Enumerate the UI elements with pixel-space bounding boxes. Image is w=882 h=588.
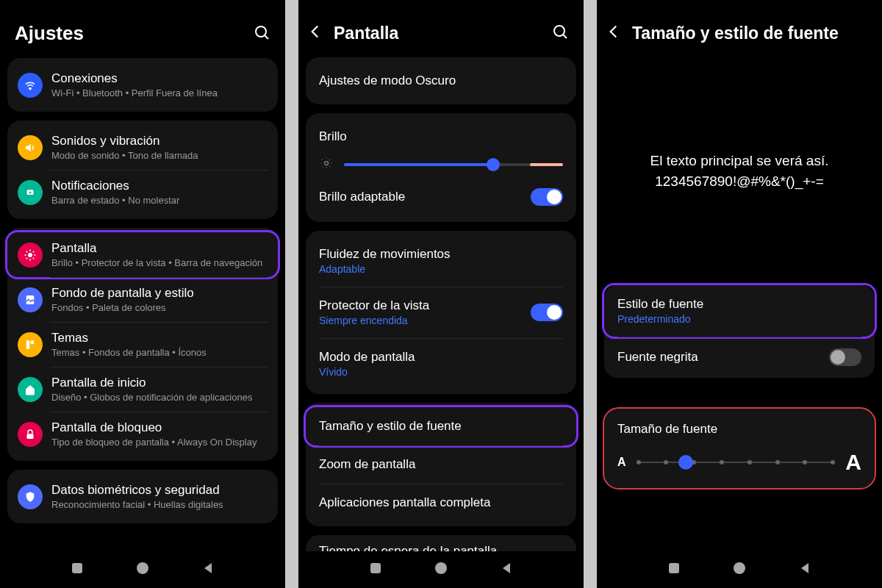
motion-smoothness-row[interactable]: Fluidez de movimientos Adaptable — [306, 235, 576, 287]
settings-row-speaker[interactable]: Sonidos y vibraciónModo de sonido • Tono… — [7, 125, 278, 170]
svg-point-4 — [29, 191, 32, 193]
svg-line-11 — [33, 257, 35, 259]
row-subtitle: Tipo de bloqueo de pantalla • Always On … — [51, 437, 257, 448]
brightness-label: Brillo — [306, 118, 576, 148]
home-button[interactable] — [434, 562, 448, 578]
adaptive-brightness-toggle[interactable] — [531, 188, 563, 206]
sun-icon — [18, 243, 43, 268]
row-subtitle: Reconocimiento facial • Huellas digitale… — [51, 499, 223, 510]
font-preview: El texto principal se verá así. 12345678… — [604, 57, 875, 285]
small-a-icon: A — [617, 456, 626, 469]
row-title: Pantalla de inicio — [51, 376, 252, 390]
screen-timeout-row[interactable]: Tiempo de espera de la pantalla — [319, 544, 563, 551]
home-icon — [18, 377, 43, 402]
row-subtitle: Barra de estado • No molestar — [51, 195, 179, 206]
display-settings-list[interactable]: Ajustes de modo Oscuro Brillo Brillo ada… — [298, 57, 584, 551]
settings-row-lock[interactable]: Pantalla de bloqueoTipo de bloqueo de pa… — [7, 412, 278, 456]
search-icon[interactable] — [551, 23, 569, 43]
back-icon[interactable] — [306, 22, 325, 44]
svg-line-28 — [329, 166, 330, 167]
svg-rect-16 — [31, 340, 35, 344]
lock-icon — [18, 422, 43, 447]
bold-font-toggle[interactable] — [829, 348, 861, 366]
dark-mode-row[interactable]: Ajustes de modo Oscuro — [306, 62, 576, 100]
page-title: Ajustes — [15, 22, 84, 45]
back-icon[interactable] — [604, 22, 623, 44]
svg-line-21 — [564, 35, 567, 39]
wifi-icon — [18, 73, 43, 98]
svg-line-10 — [26, 251, 28, 252]
eye-comfort-row[interactable]: Protector de la vista Siempre encendida — [306, 287, 576, 338]
row-subtitle: Modo de sonido • Tono de llamada — [51, 150, 198, 161]
palette-icon — [18, 332, 43, 357]
header: Ajustes — [0, 0, 285, 58]
settings-row-wifi[interactable]: ConexionesWi-Fi • Bluetooth • Perfil Fue… — [7, 62, 278, 107]
svg-line-27 — [323, 159, 323, 160]
font-size-label: Tamaño de fuente — [617, 422, 861, 437]
settings-row-wallpaper[interactable]: Fondo de pantalla y estiloFondos • Palet… — [7, 277, 278, 322]
fullscreen-apps-row[interactable]: Aplicaciones pantalla completa — [306, 484, 576, 522]
svg-rect-31 — [370, 563, 381, 573]
page-title: Tamaño y estilo de fuente — [632, 24, 867, 43]
home-button[interactable] — [136, 562, 149, 578]
row-title: Fondo de pantalla y estilo — [51, 286, 194, 301]
svg-point-2 — [29, 87, 31, 89]
row-title: Sonidos y vibración — [51, 134, 198, 148]
row-title: Pantalla de bloqueo — [51, 420, 257, 435]
android-navbar — [597, 551, 882, 588]
wallpaper-icon — [18, 287, 43, 312]
shield-icon — [18, 484, 43, 509]
header: Tamaño y estilo de fuente — [597, 0, 882, 57]
back-button[interactable] — [798, 562, 811, 578]
row-subtitle: Diseño • Globos de notificación de aplic… — [51, 392, 252, 403]
back-button[interactable] — [201, 562, 215, 578]
settings-row-palette[interactable]: TemasTemas • Fondos de pantalla • Íconos — [7, 322, 278, 367]
header: Pantalla — [298, 0, 584, 57]
search-icon[interactable] — [253, 24, 270, 44]
android-navbar — [298, 551, 584, 588]
svg-line-30 — [329, 159, 330, 160]
speaker-icon — [18, 135, 43, 160]
brightness-slider[interactable] — [306, 148, 576, 176]
recents-button[interactable] — [667, 562, 681, 578]
svg-point-5 — [28, 253, 32, 257]
row-title: Temas — [51, 331, 207, 345]
recents-button[interactable] — [71, 562, 84, 578]
screen-mode-row[interactable]: Modo de pantalla Vívido — [306, 338, 576, 390]
settings-row-bell[interactable]: NotificacionesBarra de estado • No moles… — [7, 170, 278, 215]
eye-comfort-toggle[interactable] — [531, 304, 563, 321]
font-style-row[interactable]: Estilo de fuente Predeterminado — [604, 285, 875, 337]
recents-button[interactable] — [369, 562, 382, 578]
svg-point-22 — [325, 162, 329, 165]
svg-rect-18 — [72, 563, 82, 573]
bell-icon — [18, 180, 43, 205]
svg-line-1 — [265, 35, 269, 39]
bold-font-row[interactable]: Fuente negrita — [604, 337, 875, 378]
svg-point-32 — [435, 562, 447, 574]
svg-point-34 — [734, 562, 745, 574]
font-size-slider[interactable]: A A — [617, 450, 861, 475]
svg-rect-33 — [669, 563, 679, 573]
settings-row-sun[interactable]: PantallaBrillo • Protector de la vista •… — [7, 232, 278, 277]
svg-point-19 — [137, 562, 148, 574]
screen-zoom-row[interactable]: Zoom de pantalla — [306, 445, 576, 484]
svg-line-13 — [33, 251, 35, 252]
row-title: Datos biométricos y seguridad — [51, 483, 223, 498]
svg-rect-15 — [26, 340, 30, 349]
screen-font: Tamaño y estilo de fuente El texto princ… — [597, 0, 882, 588]
home-button[interactable] — [733, 562, 746, 578]
row-subtitle: Brillo • Protector de la vista • Barra d… — [51, 257, 262, 268]
row-title: Notificaciones — [51, 179, 179, 193]
svg-line-29 — [323, 166, 323, 167]
row-title: Conexiones — [51, 71, 218, 86]
settings-list[interactable]: ConexionesWi-Fi • Bluetooth • Perfil Fue… — [0, 58, 285, 551]
settings-row-home[interactable]: Pantalla de inicioDiseño • Globos de not… — [7, 367, 278, 412]
adaptive-brightness-row[interactable]: Brillo adaptable — [306, 176, 576, 218]
back-button[interactable] — [500, 562, 513, 578]
font-settings[interactable]: El texto principal se verá así. 12345678… — [597, 57, 882, 551]
settings-row-shield[interactable]: Datos biométricos y seguridadReconocimie… — [7, 474, 278, 519]
font-size-style-row[interactable]: Tamaño y estilo de fuente — [306, 407, 576, 445]
sun-icon — [319, 156, 334, 173]
screen-display: Pantalla Ajustes de modo Oscuro Brillo — [298, 0, 584, 588]
svg-line-12 — [26, 257, 28, 259]
